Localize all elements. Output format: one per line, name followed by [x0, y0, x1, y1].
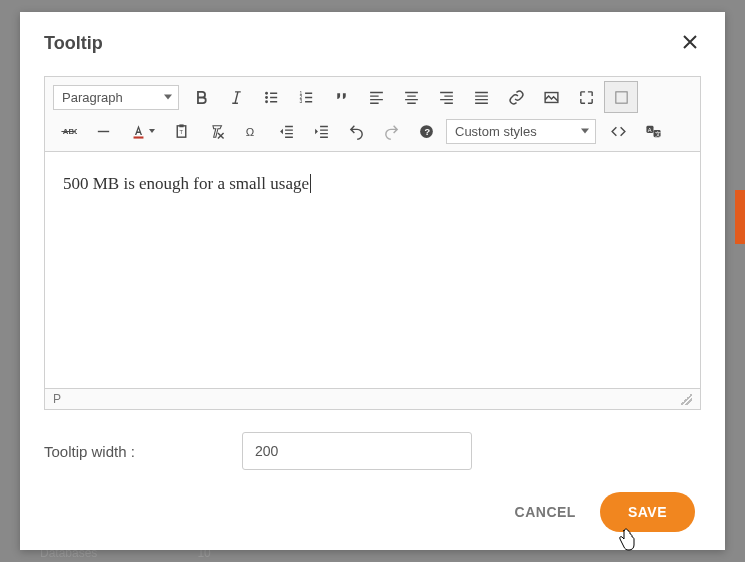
maximize-button[interactable] [569, 81, 603, 113]
format-select-label: Paragraph [62, 90, 123, 105]
show-blocks-icon [613, 89, 630, 106]
bold-icon [193, 89, 210, 106]
numbered-list-button[interactable]: 123 [289, 81, 323, 113]
horizontal-rule-button[interactable] [86, 115, 120, 147]
omega-icon: Ω [243, 123, 260, 140]
save-button[interactable]: SAVE [600, 492, 695, 532]
editor-element-path: P [53, 392, 61, 406]
outdent-button[interactable] [269, 115, 303, 147]
svg-rect-11 [133, 136, 143, 138]
help-button[interactable]: ? [409, 115, 443, 147]
outdent-icon [278, 123, 295, 140]
align-justify-button[interactable] [464, 81, 498, 113]
tooltip-width-row: Tooltip width : [20, 410, 725, 474]
tooltip-width-label: Tooltip width : [44, 443, 224, 460]
modal-title: Tooltip [44, 33, 103, 54]
svg-point-2 [265, 100, 268, 103]
remove-format-icon [208, 123, 225, 140]
svg-text:Ω: Ω [245, 125, 253, 137]
close-icon [683, 35, 697, 49]
blockquote-button[interactable] [324, 81, 358, 113]
align-right-button[interactable] [429, 81, 463, 113]
rich-text-editor: Paragraph 123 [44, 76, 701, 410]
align-left-icon [368, 89, 385, 106]
svg-text:A: A [647, 126, 651, 132]
undo-icon [348, 123, 365, 140]
text-color-button[interactable] [121, 115, 163, 147]
align-center-icon [403, 89, 420, 106]
align-justify-icon [473, 89, 490, 106]
svg-rect-7 [615, 91, 626, 102]
indent-button[interactable] [304, 115, 338, 147]
svg-text:T: T [179, 129, 183, 135]
image-icon [543, 89, 560, 106]
paste-text-icon: T [173, 123, 190, 140]
svg-point-0 [265, 91, 268, 94]
undo-button[interactable] [339, 115, 373, 147]
redo-button[interactable] [374, 115, 408, 147]
styles-select[interactable]: Custom styles [446, 119, 596, 144]
bg-accent-strip [735, 190, 745, 244]
align-left-button[interactable] [359, 81, 393, 113]
svg-text:3: 3 [299, 99, 302, 104]
translate-icon: A文 [645, 123, 662, 140]
editor-status-bar: P [45, 388, 700, 409]
help-icon: ? [418, 123, 435, 140]
strikethrough-button[interactable]: ABC [51, 115, 85, 147]
indent-icon [313, 123, 330, 140]
image-button[interactable] [534, 81, 568, 113]
svg-text:?: ? [424, 127, 430, 137]
format-select[interactable]: Paragraph [53, 85, 179, 110]
paste-text-button[interactable]: T [164, 115, 198, 147]
bold-button[interactable] [184, 81, 218, 113]
link-button[interactable] [499, 81, 533, 113]
tooltip-modal: Tooltip Paragraph 123 [20, 12, 725, 550]
remove-format-button[interactable] [199, 115, 233, 147]
align-right-icon [438, 89, 455, 106]
show-blocks-button[interactable] [604, 81, 638, 113]
modal-header: Tooltip [20, 12, 725, 64]
link-icon [508, 89, 525, 106]
cancel-button[interactable]: CANCEL [515, 504, 576, 520]
tooltip-width-input[interactable] [242, 432, 472, 470]
strikethrough-icon: ABC [60, 123, 77, 140]
bullet-list-icon [263, 89, 280, 106]
bullet-list-button[interactable] [254, 81, 288, 113]
align-center-button[interactable] [394, 81, 428, 113]
special-char-button[interactable]: Ω [234, 115, 268, 147]
styles-select-label: Custom styles [455, 124, 537, 139]
blockquote-icon [333, 89, 350, 106]
svg-point-1 [265, 96, 268, 99]
editor-content-area[interactable]: 500 MB is enough for a small usage [45, 152, 700, 388]
modal-footer: CANCEL SAVE [20, 474, 725, 542]
translate-button[interactable]: A文 [636, 115, 670, 147]
redo-icon [383, 123, 400, 140]
editor-text: 500 MB is enough for a small usage [63, 174, 311, 193]
resize-handle[interactable] [680, 393, 692, 405]
dropdown-caret-icon [149, 129, 155, 133]
editor-toolbar: Paragraph 123 [45, 77, 700, 152]
horizontal-rule-icon [95, 123, 112, 140]
italic-icon [228, 89, 245, 106]
source-icon [610, 123, 627, 140]
maximize-icon [578, 89, 595, 106]
svg-text:文: 文 [654, 129, 660, 136]
numbered-list-icon: 123 [298, 89, 315, 106]
source-button[interactable] [601, 115, 635, 147]
close-button[interactable] [679, 30, 701, 56]
italic-button[interactable] [219, 81, 253, 113]
svg-rect-13 [179, 124, 183, 127]
text-color-icon [130, 123, 147, 140]
